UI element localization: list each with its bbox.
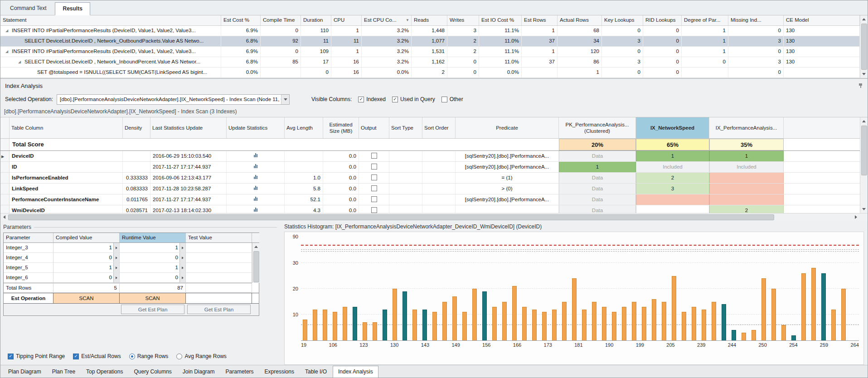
- scroll-left-icon[interactable]: [0, 213, 8, 221]
- column-header[interactable]: Est CPU Co...▼: [362, 15, 412, 25]
- scrollbar-thumb[interactable]: [253, 251, 259, 282]
- column-header[interactable]: Est Cost %: [221, 15, 261, 25]
- update-statistics-icon[interactable]: [254, 164, 257, 168]
- combobox-dropdown-icon[interactable]: [281, 95, 289, 104]
- column-header[interactable]: Predicate: [456, 117, 559, 138]
- expand-value-icon[interactable]: [179, 253, 185, 262]
- expander-icon[interactable]: ◢: [5, 49, 12, 53]
- visible-columns-option[interactable]: Indexed: [358, 96, 386, 102]
- expander-icon[interactable]: ◢: [18, 60, 24, 64]
- view-tab[interactable]: Query Columns: [129, 366, 176, 378]
- column-header[interactable]: CE Model: [784, 15, 860, 25]
- test-value-cell[interactable]: [186, 243, 252, 253]
- visible-columns-option[interactable]: Used in Query: [392, 96, 435, 102]
- expand-value-icon[interactable]: [179, 263, 185, 272]
- index-column-row[interactable]: LinkSpeed 0.083333 2017-11-28 10:23:58.2…: [0, 184, 860, 194]
- index-grid-hscrollbar[interactable]: [0, 213, 868, 221]
- column-header[interactable]: Est Rows: [522, 15, 558, 25]
- column-header[interactable]: Parameter: [4, 233, 53, 242]
- column-header[interactable]: Compiled Value: [53, 233, 120, 242]
- compiled-value-cell[interactable]: 1: [53, 243, 120, 253]
- scroll-right-icon[interactable]: [852, 213, 860, 221]
- runtime-value-cell[interactable]: 1: [120, 243, 186, 253]
- column-header[interactable]: Missing Ind...: [728, 15, 784, 25]
- output-checkbox[interactable]: [371, 207, 377, 213]
- scroll-up-icon[interactable]: [860, 117, 868, 125]
- test-value-cell[interactable]: [186, 253, 252, 263]
- statement-grid-vscrollbar[interactable]: [860, 15, 868, 78]
- parameters-vscrollbar[interactable]: [252, 243, 260, 283]
- sort-indicator-icon[interactable]: ▼: [406, 17, 409, 25]
- selected-operation-combobox[interactable]: [dbo].[PerformanceAnalysisDeviceNetworkA…: [57, 94, 290, 105]
- expander-icon[interactable]: ◢: [5, 29, 12, 33]
- column-header[interactable]: Sort Type: [389, 117, 422, 138]
- checkbox-icon[interactable]: [73, 354, 79, 359]
- statement-row[interactable]: SELECT DeviceList.DeviceID , Network_Out…: [0, 36, 860, 47]
- view-tab[interactable]: Join Diagram: [178, 366, 220, 378]
- radio-icon[interactable]: [176, 354, 182, 359]
- statement-row[interactable]: SET @totalspeed = ISNULL((SELECT SUM(CAS…: [0, 68, 860, 78]
- expand-value-icon[interactable]: [113, 273, 119, 282]
- column-header-ix-perf[interactable]: IX_PerformanceAnalysis...: [709, 117, 784, 138]
- expand-value-icon[interactable]: [179, 243, 185, 252]
- view-tab[interactable]: Index Analysis: [333, 366, 378, 378]
- update-statistics-icon[interactable]: [254, 174, 257, 179]
- view-tab[interactable]: Parameters: [221, 366, 259, 378]
- index-column-row[interactable]: IsPerformanceEnabled 0.333333 2016-09-06…: [0, 173, 860, 184]
- option-checkbox[interactable]: Tipping Point Range: [8, 353, 65, 359]
- statement-row[interactable]: ◢INSERT INTO #PartialPerformanceResults …: [0, 26, 860, 36]
- output-checkbox[interactable]: [371, 196, 377, 202]
- column-header[interactable]: Writes: [447, 15, 479, 25]
- checkbox-icon[interactable]: [392, 97, 398, 102]
- column-header[interactable]: Statement: [0, 15, 221, 25]
- expand-value-icon[interactable]: [113, 253, 119, 262]
- column-header[interactable]: RID Lookups: [643, 15, 682, 25]
- get-est-plan-button-runtime[interactable]: Get Est Plan: [121, 305, 184, 314]
- column-header[interactable]: Reads: [412, 15, 447, 25]
- column-header[interactable]: CPU: [331, 15, 362, 25]
- top-tab[interactable]: Command Text: [2, 2, 54, 15]
- expand-value-icon[interactable]: [179, 273, 185, 282]
- column-header[interactable]: Key Lookups: [602, 15, 643, 25]
- runtime-value-cell[interactable]: 1: [120, 263, 186, 273]
- test-value-cell[interactable]: [186, 263, 252, 273]
- runtime-value-cell[interactable]: 0: [120, 273, 186, 283]
- column-header-runtime-value[interactable]: Runtime Value: [120, 233, 186, 242]
- index-column-row[interactable]: ID 2017-11-27 17:17:44.937 0.0 [sqlSentr…: [0, 162, 860, 173]
- checkbox-icon[interactable]: [8, 354, 14, 359]
- column-header-pk-index[interactable]: PK_PerformanceAnalysis... (Clustered): [559, 117, 636, 138]
- pin-icon[interactable]: [859, 83, 862, 88]
- column-header-ix-networkspeed[interactable]: IX_NetworkSpeed: [636, 117, 709, 138]
- view-tab[interactable]: Plan Tree: [47, 366, 80, 378]
- output-checkbox[interactable]: [371, 153, 377, 159]
- column-header[interactable]: Duration: [301, 15, 331, 25]
- visible-columns-option[interactable]: Other: [441, 96, 463, 102]
- parameter-row[interactable]: Integer_3 1 1: [4, 243, 252, 253]
- scroll-up-icon[interactable]: [252, 243, 260, 251]
- column-header[interactable]: Actual Rows: [558, 15, 602, 25]
- option-radio[interactable]: Range Rows: [129, 353, 169, 359]
- top-tab[interactable]: Results: [55, 2, 90, 15]
- test-value-cell[interactable]: [186, 273, 252, 283]
- scroll-down-icon[interactable]: [860, 70, 868, 78]
- scroll-down-icon[interactable]: [860, 205, 868, 213]
- index-column-row[interactable]: PerformanceCounterInstanceName 0.011765 …: [0, 194, 860, 205]
- checkbox-icon[interactable]: [358, 97, 364, 102]
- parameter-row[interactable]: Integer_4 0 0: [4, 253, 252, 263]
- update-statistics-icon[interactable]: [254, 185, 257, 190]
- column-header[interactable]: Estimated Size (MB): [323, 117, 359, 138]
- view-tab[interactable]: Table I/O: [300, 366, 332, 378]
- output-checkbox[interactable]: [371, 164, 377, 170]
- column-header[interactable]: Test Value: [186, 233, 252, 242]
- compiled-value-cell[interactable]: 0: [53, 273, 120, 283]
- column-header[interactable]: Density: [123, 117, 150, 138]
- expand-value-icon[interactable]: [113, 243, 119, 252]
- update-statistics-icon[interactable]: [254, 207, 257, 212]
- view-tab[interactable]: Plan Diagram: [3, 366, 46, 378]
- radio-icon[interactable]: [129, 354, 135, 359]
- get-est-plan-button-test[interactable]: Get Est Plan: [187, 305, 251, 314]
- index-column-row[interactable]: ▶ DeviceID 2016-06-29 15:10:03.540 0.0 […: [0, 151, 860, 162]
- compiled-value-cell[interactable]: 0: [53, 253, 120, 263]
- parameter-row[interactable]: Integer_5 1 1: [4, 263, 252, 273]
- output-checkbox[interactable]: [371, 174, 377, 180]
